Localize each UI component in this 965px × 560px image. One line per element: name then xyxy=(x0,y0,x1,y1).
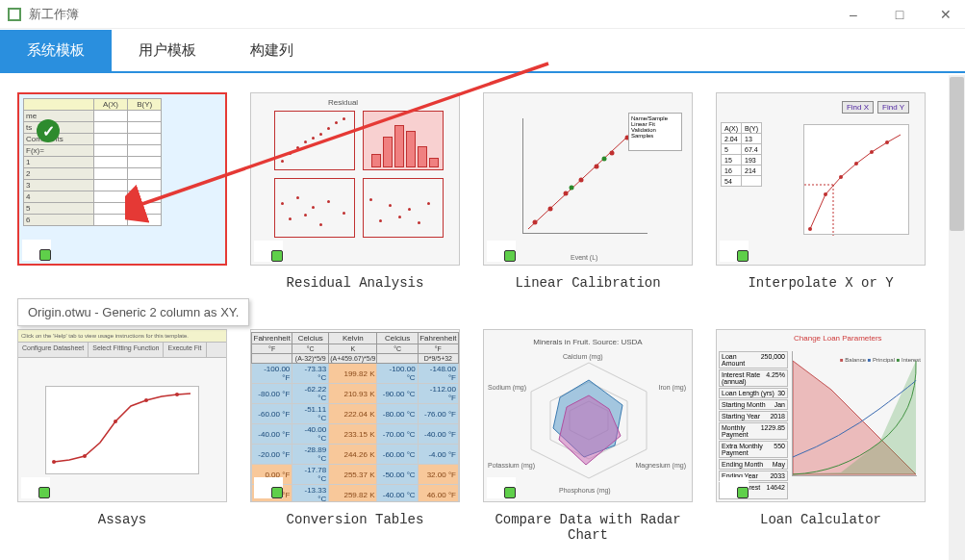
template-radar[interactable]: Minerals in Fruit. Source: USDA Calcium … xyxy=(483,329,693,548)
template-thumbnail: Click on the 'Help' tab to view usage in… xyxy=(17,329,227,502)
lock-icon xyxy=(487,477,516,498)
window-title: 新工作簿 xyxy=(29,6,842,23)
lock-icon xyxy=(22,240,51,261)
lock-icon xyxy=(254,477,283,498)
tab-bar: 系统模板 用户模板 构建列 xyxy=(0,29,965,73)
template-thumbnail: Minerals in Fruit. Source: USDA Calcium … xyxy=(483,329,693,502)
chart-legend: Name/SampleLinear FitValidation Samples xyxy=(628,113,682,151)
svg-point-9 xyxy=(602,157,607,162)
svg-point-12 xyxy=(839,175,843,179)
svg-point-8 xyxy=(570,186,574,191)
tab-build-column[interactable]: 构建列 xyxy=(223,30,320,71)
template-thumbnail: A(X)B(Y) me ts Comments F(x)= 1 2 3 4 5 … xyxy=(17,92,227,266)
minimize-button[interactable]: – xyxy=(842,3,865,26)
template-residual-analysis[interactable]: Residual xyxy=(250,92,460,312)
template-caption: Residual Analysis xyxy=(287,275,424,308)
tab-system-templates[interactable]: 系统模板 xyxy=(0,30,112,71)
svg-point-22 xyxy=(175,393,179,396)
template-thumbnail: Name/SampleLinear FitValidation Samples … xyxy=(483,92,693,266)
template-thumbnail: Find XFind Y A(X)B(Y) 2.0413 567.4 15193… xyxy=(716,92,926,266)
template-conversion-tables[interactable]: FahrenheitCelciusKelvinCelciusFahrenheit… xyxy=(250,329,460,548)
svg-point-3 xyxy=(564,191,569,196)
window-controls: – □ ✕ xyxy=(842,3,957,26)
svg-point-11 xyxy=(824,192,827,196)
template-thumbnail: FahrenheitCelciusKelvinCelciusFahrenheit… xyxy=(250,329,460,502)
titlebar: 新工作簿 – □ ✕ xyxy=(0,0,965,29)
scrollbar-thumb[interactable] xyxy=(950,77,964,231)
template-linear-calibration[interactable]: Name/SampleLinear FitValidation Samples … xyxy=(483,92,693,312)
template-caption: Linear Calibration xyxy=(515,275,660,308)
template-caption: Conversion Tables xyxy=(287,512,424,545)
scrollbar[interactable] xyxy=(949,75,965,560)
app-icon xyxy=(8,8,21,21)
lock-icon xyxy=(487,241,516,262)
svg-point-19 xyxy=(83,454,87,458)
template-caption: Assays xyxy=(98,512,146,545)
template-interpolate[interactable]: Find XFind Y A(X)B(Y) 2.0413 567.4 15193… xyxy=(716,92,926,312)
svg-point-15 xyxy=(885,140,889,144)
svg-point-10 xyxy=(808,227,812,231)
template-caption: Compare Data with Radar Chart xyxy=(483,512,693,545)
template-thumbnail: Residual xyxy=(250,92,460,266)
svg-point-21 xyxy=(144,398,148,402)
svg-point-6 xyxy=(610,151,615,156)
template-assays[interactable]: Click on the 'Help' tab to view usage in… xyxy=(17,329,227,548)
svg-point-2 xyxy=(548,207,553,212)
lock-icon xyxy=(720,477,749,498)
lock-icon xyxy=(21,477,50,498)
maximize-button[interactable]: □ xyxy=(888,3,911,26)
svg-line-0 xyxy=(528,126,639,229)
tooltip: Origin.otwu - Generic 2 column as XY. xyxy=(17,298,249,326)
tab-user-templates[interactable]: 用户模板 xyxy=(112,30,223,71)
svg-point-13 xyxy=(854,162,858,165)
svg-point-18 xyxy=(52,460,56,464)
template-thumbnail: Change Loan Parameters Loan Amount250,00… xyxy=(716,329,926,502)
template-caption: Interpolate X or Y xyxy=(748,275,893,308)
template-generic-xy[interactable]: A(X)B(Y) me ts Comments F(x)= 1 2 3 4 5 … xyxy=(17,92,227,312)
svg-point-4 xyxy=(579,178,584,183)
svg-point-5 xyxy=(595,165,599,169)
lock-icon xyxy=(720,241,749,262)
svg-point-1 xyxy=(533,220,538,225)
template-loan-calculator[interactable]: Change Loan Parameters Loan Amount250,00… xyxy=(716,329,926,548)
close-button[interactable]: ✕ xyxy=(934,3,957,26)
checkmark-icon: ✓ xyxy=(37,119,60,142)
find-buttons: Find XFind Y xyxy=(842,101,909,114)
svg-point-14 xyxy=(870,150,874,154)
template-caption: Loan Calculator xyxy=(760,512,881,545)
lock-icon xyxy=(254,241,283,262)
svg-point-20 xyxy=(114,420,117,423)
